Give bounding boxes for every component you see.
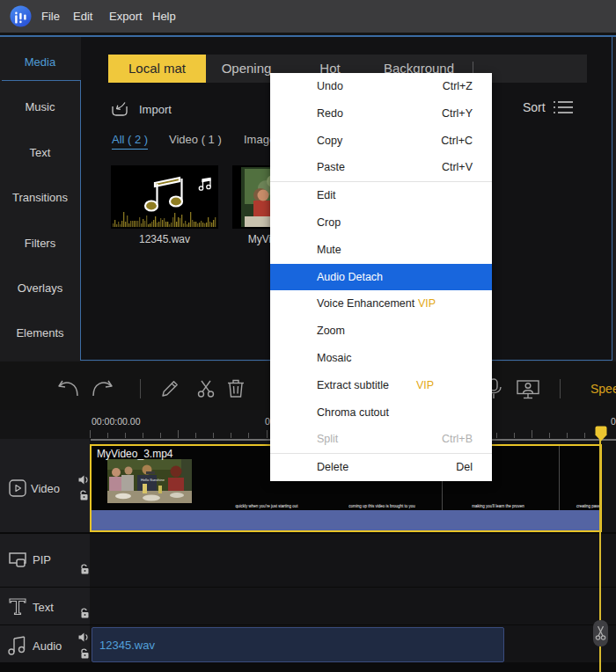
svg-text:Hello Sunshine: Hello Sunshine <box>141 478 165 482</box>
